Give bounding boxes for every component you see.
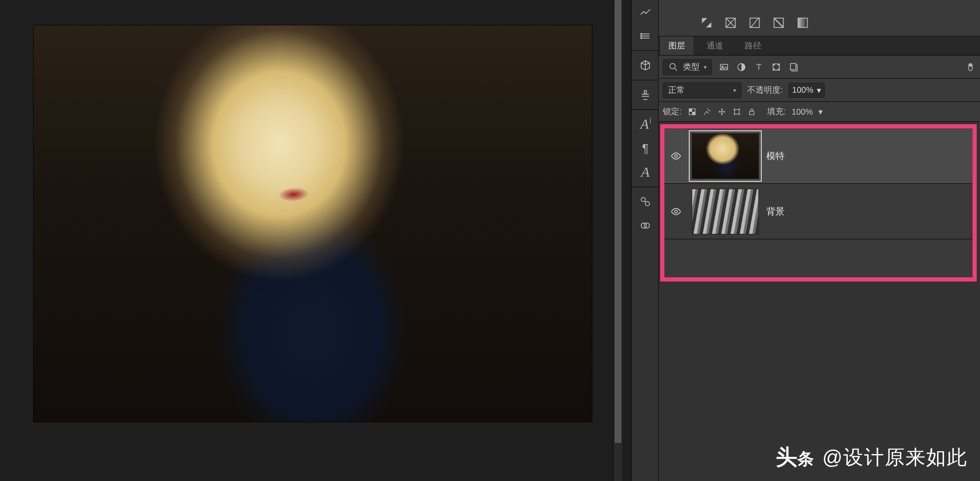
svg-rect-22: [790, 63, 796, 70]
swatches-panel-icon[interactable]: [632, 24, 659, 48]
svg-rect-26: [689, 108, 692, 111]
layer-name[interactable]: 模特: [766, 150, 784, 162]
lock-fill-row: 锁定: 填充: 100% ▾: [659, 102, 980, 122]
adjustment-levels-icon[interactable]: [723, 15, 738, 30]
filter-type-icon[interactable]: [753, 62, 764, 72]
blend-mode-value: 正常: [668, 84, 685, 96]
filter-pixel-icon[interactable]: [719, 62, 729, 72]
tab-paths[interactable]: 路径: [736, 36, 770, 55]
search-icon: [668, 62, 679, 72]
filter-shape-icon[interactable]: [771, 62, 782, 72]
svg-point-13: [670, 63, 675, 69]
panel-tabs: 图层 通道 路径: [659, 36, 980, 55]
svg-point-18: [774, 64, 775, 65]
svg-point-4: [641, 197, 645, 202]
tab-layers[interactable]: 图层: [660, 36, 693, 55]
vertical-scrollbar[interactable]: [613, 0, 622, 481]
fill-value-field[interactable]: 100% ▾: [792, 107, 823, 117]
chevron-down-icon: ▾: [704, 64, 707, 70]
svg-point-30: [675, 154, 678, 157]
opacity-value-field[interactable]: 100% ▾: [789, 83, 825, 98]
chevron-down-icon: ▾: [733, 87, 736, 93]
lock-all-icon[interactable]: [747, 107, 756, 116]
filter-smartobject-icon[interactable]: [788, 62, 799, 72]
libraries-link-icon[interactable]: [632, 190, 659, 214]
lock-artboard-icon[interactable]: [732, 107, 741, 116]
adjustment-curves-icon[interactable]: [747, 15, 762, 30]
color-panel-icon[interactable]: [632, 0, 659, 24]
collapsed-panels-column: A| ¶ A: [631, 0, 659, 481]
svg-point-5: [645, 202, 649, 206]
layer-kind-select[interactable]: 类型 ▾: [663, 59, 712, 75]
svg-point-21: [778, 69, 779, 70]
watermark-handle: @设计原来如此: [822, 444, 968, 471]
layers-empty-area: [664, 239, 973, 277]
adjustment-exposure-icon[interactable]: [771, 15, 786, 30]
fill-label: 填充:: [767, 106, 786, 117]
layer-visibility-toggle[interactable]: [668, 151, 684, 161]
paragraph-panel-icon[interactable]: ¶: [632, 136, 659, 160]
lock-position-icon[interactable]: [717, 107, 727, 116]
layer-filter-row: 类型 ▾: [659, 55, 980, 79]
svg-rect-27: [692, 112, 695, 115]
opacity-label: 不透明度:: [747, 84, 783, 96]
chevron-down-icon: ▾: [818, 107, 823, 116]
svg-rect-3: [644, 91, 647, 93]
blend-mode-select[interactable]: 正常 ▾: [663, 82, 741, 98]
scrollbar-thumb[interactable]: [615, 0, 621, 443]
chevron-down-icon: ▾: [817, 85, 821, 95]
watermark-logo: 头条: [776, 443, 815, 472]
cc-libraries-icon[interactable]: [632, 214, 659, 238]
clone-source-panel-icon[interactable]: [632, 83, 659, 107]
svg-point-31: [675, 210, 678, 213]
eye-icon: [671, 151, 681, 161]
svg-point-7: [644, 223, 650, 228]
glyphs-panel-icon[interactable]: A: [632, 160, 659, 184]
layer-row[interactable]: 模特: [664, 128, 973, 184]
filter-adjustment-icon[interactable]: [736, 62, 747, 72]
layer-thumbnail[interactable]: [692, 189, 759, 234]
adjustment-brightness-icon[interactable]: [699, 15, 714, 30]
lock-image-icon[interactable]: [702, 107, 712, 116]
svg-rect-12: [798, 18, 808, 28]
svg-point-24: [969, 64, 972, 67]
canvas-area: [0, 0, 622, 481]
svg-point-20: [774, 69, 775, 70]
adjustments-icon-row: [659, 0, 980, 36]
3d-panel-icon[interactable]: [632, 53, 659, 77]
lock-label: 锁定:: [663, 106, 682, 117]
layer-thumbnail[interactable]: [692, 133, 759, 179]
layer-row[interactable]: 背景: [664, 184, 973, 239]
filter-toggle-switch[interactable]: [965, 62, 976, 72]
layer-visibility-toggle[interactable]: [668, 206, 684, 217]
tab-channels[interactable]: 通道: [698, 36, 731, 55]
character-panel-icon[interactable]: A|: [632, 112, 659, 136]
blend-opacity-row: 正常 ▾ 不透明度: 100% ▾: [659, 79, 980, 102]
lock-transparency-icon[interactable]: [688, 107, 697, 116]
right-panels: 图层 通道 路径 类型 ▾ 正常 ▾ 不透明度: 100% ▾ 锁定:: [659, 36, 980, 481]
watermark: 头条 @设计原来如此: [776, 443, 968, 472]
document-canvas[interactable]: [33, 25, 592, 422]
svg-rect-29: [749, 111, 754, 115]
svg-rect-28: [734, 109, 739, 114]
svg-point-19: [778, 64, 779, 65]
layer-name[interactable]: 背景: [766, 205, 784, 218]
adjustment-gradient-icon[interactable]: [795, 15, 810, 30]
eye-icon: [671, 206, 681, 217]
layers-list-highlight: 模特 背景: [660, 124, 977, 281]
layer-kind-label: 类型: [683, 61, 700, 72]
